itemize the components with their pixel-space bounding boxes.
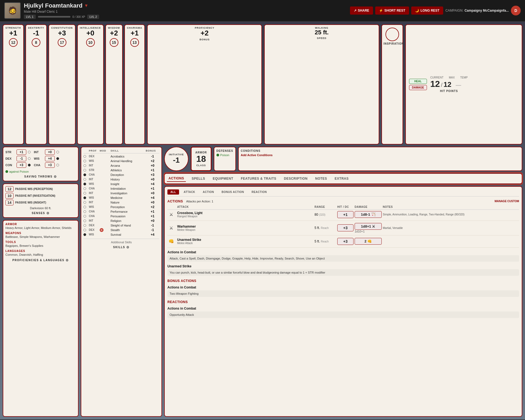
skill-attr: CHA [89,210,99,213]
attack-header-attack: ATTACK [177,205,313,208]
save-value: +4 [45,156,55,161]
character-name-dropdown[interactable]: ▼ [84,3,88,8]
tab-features-and-traits[interactable]: FEATURES & TRAITS [239,176,278,182]
proficiencies-gear-icon[interactable]: ⚙ [66,258,69,262]
tab-spells[interactable]: SPELLS [190,176,207,182]
defenses-items: Poison [216,153,233,157]
save-row-group: STR +1 INT +0 [5,149,76,156]
save-name: INT [34,150,43,154]
filter-btn-reaction[interactable]: REACTION [249,189,270,195]
saving-throws-section: STR +1 INT +0 DEX -1 WIS +4 CON +3 CHA +… [3,147,79,181]
header: 🧔 Hjulkyl Foamtankard ▼ Male Hill Dwarf … [0,0,525,22]
skill-row-investigation: INT Investigation +0 [83,191,159,195]
long-rest-button[interactable]: 🌙 LONG REST [411,6,443,15]
tab-description[interactable]: DESCRIPTION [282,176,309,182]
save-value: +3 [45,162,55,168]
skills-section: PROF MOD SKILL BONUS DEX Acrobatics -1 W… [81,147,162,417]
filter-btn-bonus-action[interactable]: BONUS ACTION [219,189,247,195]
filter-btn-all[interactable]: ALL [167,189,179,195]
senses-text: Darkvision 60 ft. [5,206,76,210]
heal-button[interactable]: HEAL [409,79,427,84]
attack-damage-col: 2 👊 [355,238,382,245]
attack-row-crossbow--light[interactable]: ⚔ Crossbow, Light Ranged Weapon 80 (320)… [167,211,519,221]
reactions-title: REACTIONS [167,300,519,304]
filter-btn-attack[interactable]: ATTACK [181,189,198,195]
skill-attr: INT [89,178,99,181]
attack-range-col: 80 (320) [315,213,336,216]
skills-header-prof: PROF [89,149,99,152]
save-row-dex: DEX -1 [5,156,31,161]
skill-bonus: +4 [146,196,159,200]
attack-damage: 1d8-1 🏹 [355,211,382,218]
senses-gear-icon[interactable]: ⚙ [46,211,50,215]
skill-name: Athletics [111,169,145,172]
skill-disadvantage-indicator: D [100,228,109,232]
armor-sublabel: CLASS [196,164,206,167]
attack-hit: +3 [337,224,354,231]
skill-row-religion: INT Religion +0 [83,219,159,223]
add-conditions-button[interactable]: Add Active Conditions [241,153,520,157]
skill-name: Arcana [111,164,145,167]
save-value: +3 [17,162,26,168]
right-column: INITIATIVE -1 ARMOR 18 CLASS DEFENSES Po… [164,147,522,417]
attack-name-col: Warhammer Melee Weapon [177,225,313,231]
reactions-combat-section: Actions in Combat Opportunity Attack [167,307,519,318]
hp-values: 12 / 12 — [430,79,468,89]
defense-name: Poison [220,153,229,157]
saving-throws-rows: STR +1 INT +0 DEX -1 WIS +4 CON +3 CHA +… [5,149,76,169]
prof-category-title: WEAPONS [5,232,76,235]
skill-bonus: -1 [146,228,159,232]
saving-throws-gear-icon[interactable]: ⚙ [54,175,57,179]
attack-row-warhammer[interactable]: ⚔ Warhammer Melee Weapon 5 ft. Reach +3 … [167,223,519,235]
skill-row-history: INT History +0 [83,178,159,181]
skill-name: Religion [111,219,145,222]
attack-range-col: 5 ft. Reach [315,226,336,230]
tab-actions[interactable]: ACTIONS [167,175,186,182]
tab-equipment[interactable]: EQUIPMENT [211,176,235,182]
filter-btn-action[interactable]: ACTION [200,189,217,195]
skills-footer[interactable]: Additional Skills [83,239,159,244]
skill-bonus: -1 [146,224,159,227]
skills-header-skill: SKILL [111,149,145,152]
defense-item-poison: Poison [216,153,233,157]
share-icon: ↗ [354,9,357,12]
skill-prof-dot [83,206,86,208]
tab-extras[interactable]: EXTRAS [333,176,350,182]
character-level-row: LVL 1 0 / 300 XP LVL 2 [24,15,347,19]
ability-score: 15 [110,38,118,47]
skills-gear-icon[interactable]: ⚙ [126,245,130,249]
ability-card-con: CONSTITUTION +3 17 [48,24,76,145]
attacks-per-action: Attacks per Action: 1 [186,200,213,203]
save-dot [28,157,31,160]
proficiency-categories: ARMOR Heavy Armor, Light Armor, Medium A… [5,223,76,256]
hp-cols-labels: CURRENT MAX TEMP [430,76,468,79]
skill-row-deception: CHA Deception +3 [83,173,159,177]
ability-card-str: STRENGTH +1 12 [3,24,24,145]
save-value: +1 [17,149,26,155]
attack-notes: Martial, Versatile [383,227,519,229]
damage-button[interactable]: DAMAGE [409,85,427,90]
proficiencies-title: PROFICIENCIES & LANGUAGES ⚙ [5,258,76,262]
inspiration-card[interactable]: INSPIRATION [381,24,403,145]
skill-attr: WIS [89,205,99,208]
attack-name: Warhammer [177,225,313,228]
hp-current-label: CURRENT [430,76,443,79]
attack-row-unarmed-strike[interactable]: 👊 Unarmed Strike Melee Attack 5 ft. Reac… [167,238,519,248]
combat-stats-row: INITIATIVE -1 ARMOR 18 CLASS DEFENSES Po… [164,147,522,171]
skill-attr: INT [89,219,99,222]
skill-row-animal-handling: WIS Animal Handling +2 [83,159,159,163]
skill-row-perception: WIS Perception +2 [83,205,159,209]
attack-header-damage: DAMAGE [355,205,382,208]
level-badge: LVL 1 [24,15,36,19]
poison-dot [5,170,8,173]
hp-slash: / [441,82,443,88]
proficiency-value: +2 [150,29,259,37]
share-button[interactable]: ↗ SHARE [350,6,373,15]
ability-card-int: INTELLIGENCE +0 10 [77,24,104,145]
senses-title: SENSES ⚙ [5,211,76,215]
tab-notes[interactable]: NOTES [314,176,329,182]
skill-bonus: +0 [146,178,159,181]
short-rest-button[interactable]: ⚡ SHORT REST [375,6,409,15]
manage-custom-button[interactable]: MANAGE CUSTOM [495,200,519,203]
attack-icon: 👊 [167,238,175,245]
